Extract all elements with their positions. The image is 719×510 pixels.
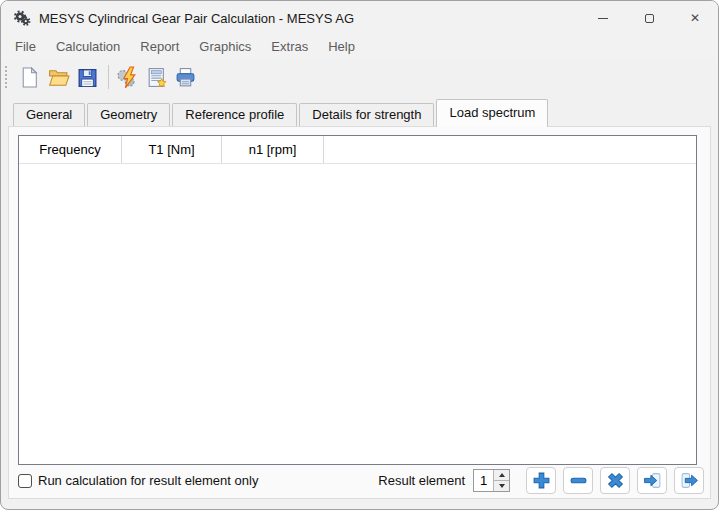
report-document-icon	[145, 66, 168, 89]
clear-load-cases-button[interactable]	[600, 467, 630, 494]
spin-down-button[interactable]	[494, 481, 509, 491]
minus-icon	[569, 471, 588, 490]
calculate-lightning-icon	[116, 66, 139, 89]
tab-general[interactable]: General	[13, 103, 85, 126]
app-window: MESYS Cylindrical Gear Pair Calculation …	[0, 0, 719, 510]
result-element-value[interactable]: 1	[474, 470, 493, 491]
printer-icon	[174, 66, 197, 89]
column-header-t1[interactable]: T1 [Nm]	[122, 136, 222, 163]
report-button[interactable]	[142, 63, 171, 92]
save-floppy-icon	[76, 66, 99, 89]
menu-report[interactable]: Report	[134, 37, 185, 56]
column-header-frequency[interactable]: Frequency	[19, 136, 122, 163]
spin-up-icon	[499, 473, 505, 477]
calculate-button[interactable]	[113, 63, 142, 92]
tab-reference-profile[interactable]: Reference profile	[172, 103, 297, 126]
maximize-icon	[645, 14, 654, 23]
cross-icon	[606, 471, 625, 490]
tab-details-for-strength[interactable]: Details for strength	[299, 103, 434, 126]
toolbar-separator	[108, 65, 109, 89]
arrow-into-document-icon	[643, 471, 662, 490]
load-spectrum-pane: Frequency T1 [Nm] n1 [rpm] Run calculati…	[8, 126, 711, 499]
add-load-case-button[interactable]	[526, 467, 556, 494]
column-header-n1[interactable]: n1 [rpm]	[222, 136, 324, 163]
arrow-out-of-document-icon	[680, 471, 699, 490]
footer-right-group: Result element 1	[378, 467, 704, 494]
new-document-icon	[18, 66, 41, 89]
export-load-spectrum-button[interactable]	[674, 467, 704, 494]
save-file-button[interactable]	[73, 63, 102, 92]
window-controls: ✕	[580, 1, 718, 35]
menu-calculation[interactable]: Calculation	[50, 37, 126, 56]
print-button[interactable]	[171, 63, 200, 92]
tab-load-spectrum[interactable]: Load spectrum	[436, 99, 548, 127]
minimize-icon	[598, 18, 608, 19]
tab-bar: General Geometry Reference profile Detai…	[1, 96, 718, 126]
menu-extras[interactable]: Extras	[265, 37, 314, 56]
open-folder-icon	[47, 66, 70, 89]
table-header-row: Frequency T1 [Nm] n1 [rpm]	[19, 136, 696, 164]
menu-file[interactable]: File	[9, 37, 42, 56]
load-spectrum-table[interactable]: Frequency T1 [Nm] n1 [rpm]	[18, 135, 697, 465]
remove-load-case-button[interactable]	[563, 467, 593, 494]
menu-bar: File Calculation Report Graphics Extras …	[1, 35, 718, 58]
new-document-button[interactable]	[15, 63, 44, 92]
window-bottom-margin	[1, 499, 718, 510]
result-element-label: Result element	[378, 473, 465, 488]
spin-up-button[interactable]	[494, 470, 509, 481]
result-element-spinbox[interactable]: 1	[473, 469, 510, 492]
run-calculation-label: Run calculation for result element only	[38, 473, 258, 488]
close-button[interactable]: ✕	[672, 1, 718, 35]
menu-help[interactable]: Help	[322, 37, 361, 56]
mesys-gears-logo-icon	[13, 9, 31, 27]
close-icon: ✕	[690, 12, 700, 24]
minimize-button[interactable]	[580, 1, 626, 35]
title-bar: MESYS Cylindrical Gear Pair Calculation …	[1, 1, 718, 35]
toolbar	[1, 58, 718, 96]
open-file-button[interactable]	[44, 63, 73, 92]
plus-icon	[532, 471, 551, 490]
run-calculation-checkbox[interactable]	[18, 474, 32, 488]
menu-graphics[interactable]: Graphics	[193, 37, 257, 56]
window-title: MESYS Cylindrical Gear Pair Calculation …	[39, 11, 354, 26]
maximize-button[interactable]	[626, 1, 672, 35]
import-load-spectrum-button[interactable]	[637, 467, 667, 494]
footer-bar: Run calculation for result element only …	[9, 463, 710, 498]
spinner-buttons	[493, 470, 509, 491]
tab-geometry[interactable]: Geometry	[87, 103, 170, 126]
toolbar-drag-handle[interactable]	[5, 66, 7, 88]
spin-down-icon	[499, 484, 505, 488]
